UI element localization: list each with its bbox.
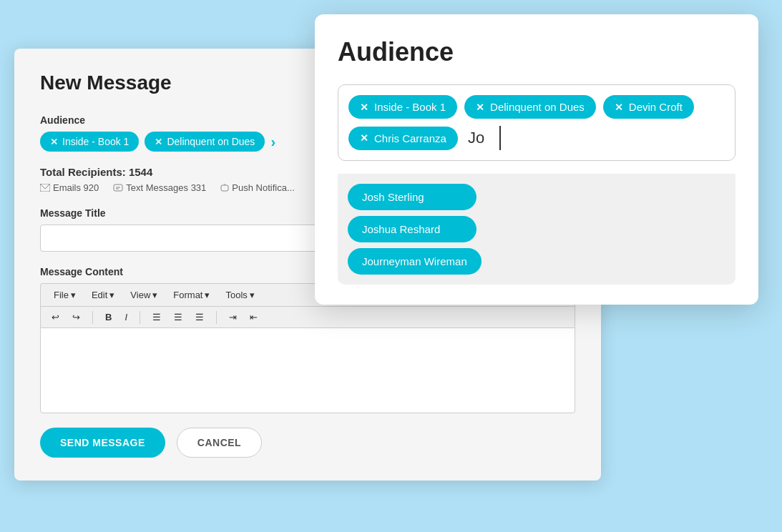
suggestion-list: Josh Sterling Joshua Reshard Journeyman … [338, 174, 735, 285]
remove-chris-carranza[interactable]: ✕ [360, 132, 368, 144]
align-center-button[interactable]: ☰ [169, 310, 187, 325]
email-icon [40, 184, 50, 192]
file-chevron-icon [71, 290, 76, 300]
redo-button[interactable]: ↪ [67, 310, 85, 325]
audience-tag-devin-croft[interactable]: ✕ Devin Croft [603, 95, 694, 119]
sms-icon [113, 184, 123, 192]
remove-devin-croft[interactable]: ✕ [615, 102, 623, 113]
edit-menu-button[interactable]: Edit [84, 287, 122, 303]
suggestion-journeyman-wireman[interactable]: Journeyman Wireman [348, 248, 482, 275]
tag-label: Delinquent on Dues [167, 136, 255, 147]
toolbar-divider-3 [216, 311, 217, 324]
remove-inside-book-1[interactable]: ✕ [360, 102, 368, 113]
remove-delinquent-icon[interactable]: ✕ [155, 137, 162, 147]
audience-tag-delinquent[interactable]: ✕ Delinquent on Dues [464, 95, 596, 119]
toolbar-divider-2 [140, 311, 140, 324]
italic-button[interactable]: I [119, 310, 132, 325]
tag-text: Inside - Book 1 [374, 101, 446, 113]
remove-delinquent[interactable]: ✕ [476, 102, 484, 113]
audience-tag-chris-carranza[interactable]: ✕ Chris Carranza [348, 127, 458, 150]
remove-inside-book-1-icon[interactable]: ✕ [50, 137, 58, 147]
expand-audience-icon[interactable]: › [270, 134, 275, 150]
format-menu-button[interactable]: Format [166, 287, 217, 303]
edit-chevron-icon [109, 290, 114, 300]
toolbar-divider [92, 311, 93, 324]
audience-panel: Audience ✕ Inside - Book 1 ✕ Delinquent … [315, 14, 758, 305]
file-menu-button[interactable]: File [47, 287, 83, 303]
suggestion-josh-sterling[interactable]: Josh Sterling [348, 184, 476, 210]
text-message-count: Text Messages 331 [113, 182, 206, 193]
tag-label: Inside - Book 1 [62, 136, 129, 147]
bottom-buttons: SEND MESSAGE CANCEL [40, 428, 575, 458]
editor-format-toolbar: ↩ ↪ B I ☰ ☰ ☰ ⇥ ⇤ [40, 306, 575, 327]
tag-text: Devin Croft [629, 101, 683, 113]
outdent-button[interactable]: ⇤ [245, 310, 263, 325]
audience-search-input[interactable] [465, 126, 501, 150]
indent-button[interactable]: ⇥ [224, 310, 242, 325]
email-count: Emails 920 [40, 182, 99, 193]
audience-panel-title: Audience [338, 37, 735, 67]
svg-rect-4 [221, 185, 228, 191]
cancel-button[interactable]: CANCEL [177, 428, 262, 458]
suggestion-joshua-reshard[interactable]: Joshua Reshard [348, 216, 476, 242]
bold-button[interactable]: B [100, 310, 117, 325]
format-chevron-icon [205, 290, 210, 300]
audience-tag-delinquent[interactable]: ✕ Delinquent on Dues [145, 132, 265, 152]
audience-tag-inside-book-1[interactable]: ✕ Inside - Book 1 [40, 132, 139, 152]
tools-menu-button[interactable]: Tools [218, 287, 261, 303]
tools-chevron-icon [250, 290, 255, 300]
send-message-button[interactable]: SEND MESSAGE [40, 428, 165, 458]
audience-tags-box[interactable]: ✕ Inside - Book 1 ✕ Delinquent on Dues ✕… [338, 84, 735, 161]
view-menu-button[interactable]: View [123, 287, 165, 303]
undo-button[interactable]: ↩ [47, 310, 64, 325]
align-right-button[interactable]: ☰ [190, 310, 209, 325]
tag-text: Chris Carranza [374, 132, 446, 144]
audience-tag-inside-book-1[interactable]: ✕ Inside - Book 1 [348, 95, 457, 119]
push-notification-count: Push Notifica... [220, 182, 294, 193]
view-chevron-icon [152, 290, 157, 300]
push-icon [220, 183, 229, 193]
tag-text: Delinquent on Dues [490, 101, 585, 113]
align-left-button[interactable]: ☰ [147, 310, 166, 325]
editor-content-area[interactable] [40, 327, 575, 413]
